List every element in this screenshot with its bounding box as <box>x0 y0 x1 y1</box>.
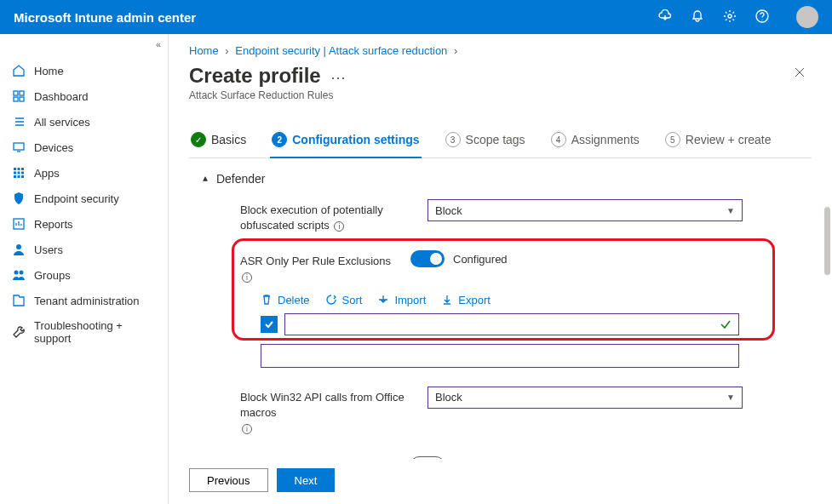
sidebar-item-label: Users <box>34 243 63 256</box>
button-label: Export <box>458 294 491 306</box>
block-obfuscated-select[interactable]: Block ▼ <box>427 199 743 221</box>
avatar[interactable] <box>796 6 818 28</box>
scrollbar-thumb[interactable] <box>824 207 830 275</box>
users-icon <box>12 243 26 256</box>
svg-rect-10 <box>14 172 16 175</box>
breadcrumb-separator: › <box>454 44 457 57</box>
page-title: Create profile <box>189 64 321 88</box>
svg-rect-6 <box>14 143 24 150</box>
sidebar-item-endpoint-security[interactable]: Endpoint security <box>0 186 168 211</box>
sidebar-item-label: Reports <box>34 218 73 231</box>
svg-rect-11 <box>18 172 20 175</box>
info-icon[interactable]: i <box>242 424 252 434</box>
exclusion-empty-input[interactable] <box>261 344 739 368</box>
sidebar-item-apps[interactable]: Apps <box>0 160 168 186</box>
breadcrumb-endpoint-security[interactable]: Endpoint security | Attack surface reduc… <box>235 44 447 57</box>
tenant-icon <box>12 294 26 307</box>
wizard-steps: ✓ Basics 2 Configuration settings 3 Scop… <box>189 123 812 158</box>
chevron-up-icon: ▼ <box>201 175 209 184</box>
help-icon[interactable] <box>755 9 769 26</box>
home-icon <box>12 64 26 77</box>
svg-rect-8 <box>18 168 20 170</box>
apps-icon <box>12 166 26 180</box>
sidebar-item-groups[interactable]: Groups <box>0 262 168 288</box>
sidebar-item-label: Tenant administration <box>34 295 140 307</box>
svg-point-19 <box>20 271 24 275</box>
delete-button[interactable]: Delete <box>261 294 310 306</box>
chevron-down-icon: ▼ <box>726 206 735 215</box>
sidebar-item-troubleshooting[interactable]: Troubleshooting + support <box>0 313 168 351</box>
select-value: Block <box>435 391 462 404</box>
button-label: Delete <box>278 294 310 306</box>
sidebar-item-label: All services <box>34 116 90 129</box>
sidebar-item-dashboard[interactable]: Dashboard <box>0 83 168 109</box>
step-number-icon: 4 <box>551 132 566 147</box>
sidebar-item-label: Troubleshooting + support <box>34 319 156 345</box>
cloud-icon[interactable] <box>658 9 672 26</box>
step-label: Review + create <box>686 133 772 146</box>
sidebar-item-tenant-admin[interactable]: Tenant administration <box>0 288 168 313</box>
sidebar-item-label: Endpoint security <box>34 192 119 205</box>
top-bar-actions <box>658 6 818 28</box>
breadcrumb-separator: › <box>225 44 228 57</box>
sidebar-item-label: Apps <box>34 167 60 180</box>
bell-icon[interactable] <box>691 9 704 26</box>
section-defender-toggle[interactable]: ▼ Defender <box>201 172 812 186</box>
sort-button[interactable]: Sort <box>325 294 363 306</box>
info-icon[interactable]: i <box>242 272 252 283</box>
svg-rect-15 <box>21 175 24 178</box>
step-basics[interactable]: ✓ Basics <box>189 123 248 158</box>
button-label: Sort <box>342 294 363 306</box>
svg-point-0 <box>728 14 732 18</box>
svg-rect-5 <box>20 97 24 101</box>
svg-rect-13 <box>14 175 16 178</box>
main-content: Home › Endpoint security | Attack surfac… <box>169 34 832 504</box>
more-actions-icon[interactable]: ⋯ <box>330 69 346 86</box>
step-assignments[interactable]: 4 Assignments <box>549 123 641 158</box>
svg-rect-12 <box>21 172 24 175</box>
svg-point-17 <box>16 244 21 249</box>
asr-exclusions-toggle[interactable] <box>410 250 445 267</box>
svg-rect-14 <box>18 175 20 178</box>
sidebar-item-reports[interactable]: Reports <box>0 211 168 237</box>
sidebar-item-all-services[interactable]: All services <box>0 109 168 135</box>
sidebar-item-label: Groups <box>34 269 71 282</box>
svg-rect-3 <box>20 91 24 95</box>
step-scope-tags[interactable]: 3 Scope tags <box>444 123 527 158</box>
check-icon <box>720 318 732 333</box>
step-review-create[interactable]: 5 Review + create <box>663 123 773 158</box>
sidebar-item-label: Dashboard <box>34 90 89 103</box>
gear-icon[interactable] <box>723 9 737 26</box>
breadcrumb: Home › Endpoint security | Attack surfac… <box>169 34 832 60</box>
sidebar-item-label: Home <box>34 65 64 77</box>
export-button[interactable]: Export <box>441 294 491 306</box>
exclusion-row-checkbox[interactable] <box>261 316 278 333</box>
exclusions-toolbar: Delete Sort Import Export <box>189 290 812 313</box>
dashboard-icon <box>12 89 26 103</box>
setting-label: Block execution of potentially obfuscate… <box>240 199 419 233</box>
step-configuration-settings[interactable]: 2 Configuration settings <box>270 123 421 158</box>
breadcrumb-home[interactable]: Home <box>189 44 219 57</box>
step-number-icon: 3 <box>445 132 461 147</box>
block-win32-select[interactable]: Block ▼ <box>427 387 743 409</box>
info-icon[interactable]: i <box>334 221 344 232</box>
svg-rect-2 <box>14 91 18 95</box>
page-subtitle: Attack Surface Reduction Rules <box>189 89 346 101</box>
import-button[interactable]: Import <box>377 294 426 306</box>
step-number-icon: 2 <box>272 132 287 147</box>
svg-rect-9 <box>21 168 24 170</box>
exclusion-path-input[interactable] <box>284 313 739 335</box>
svg-point-18 <box>14 271 19 275</box>
sidebar-item-devices[interactable]: Devices <box>0 135 168 160</box>
collapse-sidebar-icon[interactable]: « <box>156 39 159 49</box>
check-icon: ✓ <box>191 132 206 147</box>
step-label: Assignments <box>571 133 640 146</box>
groups-icon <box>12 268 26 282</box>
shield-icon <box>12 192 26 205</box>
sidebar-item-home[interactable]: Home <box>0 58 168 83</box>
sidebar-item-users[interactable]: Users <box>0 237 168 262</box>
next-button[interactable]: Next <box>277 468 336 492</box>
section-title: Defender <box>216 172 266 186</box>
previous-button[interactable]: Previous <box>189 468 268 492</box>
close-icon[interactable] <box>788 64 812 83</box>
